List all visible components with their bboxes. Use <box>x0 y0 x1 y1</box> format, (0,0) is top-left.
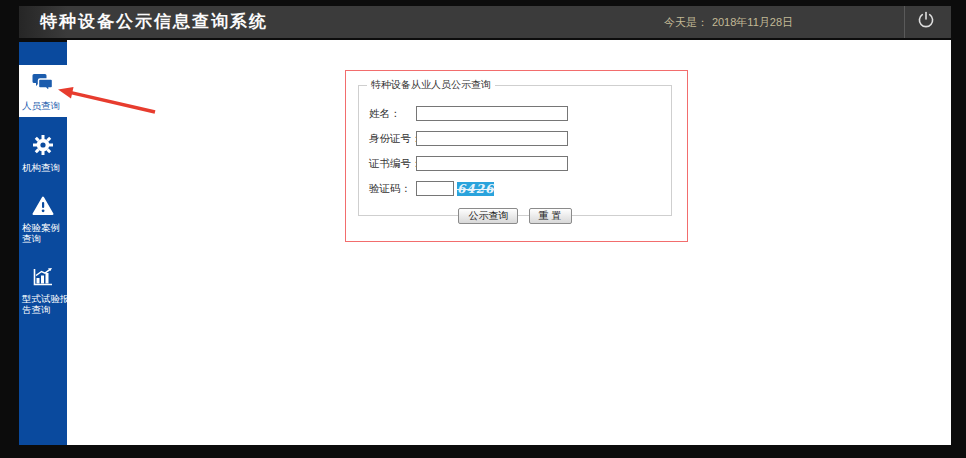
sidebar-item-type-test-report-query[interactable]: 型式试验报 告查询 <box>19 260 67 321</box>
sidebar-item-label: 检验案例 <box>19 222 67 233</box>
captcha-label: 验证码： <box>369 182 416 196</box>
date-value: 2018年11月28日 <box>712 16 793 28</box>
captcha-input[interactable] <box>416 181 454 196</box>
form-legend: 特种设备从业人员公示查询 <box>367 78 495 92</box>
personnel-query-form: 特种设备从业人员公示查询 姓名： 身份证号： 证书编号： 验证码： 6426 公… <box>358 78 672 216</box>
form-buttons-row: 公示查询 重 置 <box>359 205 671 224</box>
page-title: 特种设备公示信息查询系统 <box>40 6 268 38</box>
name-input[interactable] <box>416 106 568 121</box>
gear-icon <box>31 134 55 160</box>
chat-bubbles-icon <box>31 72 55 98</box>
sidebar-item-label: 型式试验报 <box>19 293 67 304</box>
id-number-label: 身份证号： <box>369 132 416 146</box>
cert-number-label: 证书编号： <box>369 157 416 171</box>
sidebar-item-label-line2: 查询 <box>19 233 67 244</box>
sidebar-spacer <box>19 117 67 127</box>
public-query-button[interactable]: 公示查询 <box>458 208 518 224</box>
bar-chart-icon <box>31 267 55 291</box>
sidebar-item-label-line2: 告查询 <box>19 304 67 315</box>
power-icon <box>916 10 936 34</box>
date-prefix: 今天是： <box>664 16 708 28</box>
reset-button[interactable]: 重 置 <box>529 208 572 224</box>
form-row-id-number: 身份证号： <box>369 131 671 146</box>
warning-icon <box>31 196 55 220</box>
captcha-image[interactable]: 6426 <box>457 182 494 196</box>
sidebar-top-block <box>19 42 67 65</box>
sidebar-spacer <box>19 250 67 260</box>
form-row-captcha: 验证码： 6426 <box>369 181 671 196</box>
sidebar-spacer <box>19 179 67 189</box>
cert-number-input[interactable] <box>416 156 568 171</box>
sidebar: 人员查询 机构查询 检验案例 <box>19 42 67 445</box>
id-number-input[interactable] <box>416 131 568 146</box>
logout-button[interactable] <box>904 6 946 38</box>
screen: { "header": { "title": "特种设备公示信息查询系统", "… <box>0 0 966 458</box>
sidebar-item-label: 机构查询 <box>19 162 67 173</box>
form-row-name: 姓名： <box>369 106 671 121</box>
name-label: 姓名： <box>369 107 416 121</box>
current-date: 今天是：2018年11月28日 <box>664 6 793 38</box>
header-bar: 特种设备公示信息查询系统 今天是：2018年11月28日 <box>19 6 951 38</box>
sidebar-item-inspection-case-query[interactable]: 检验案例 查询 <box>19 189 67 250</box>
sidebar-item-personnel-query[interactable]: 人员查询 <box>19 65 67 117</box>
form-row-cert-number: 证书编号： <box>369 156 671 171</box>
sidebar-item-organization-query[interactable]: 机构查询 <box>19 127 67 179</box>
sidebar-item-label: 人员查询 <box>19 100 67 111</box>
